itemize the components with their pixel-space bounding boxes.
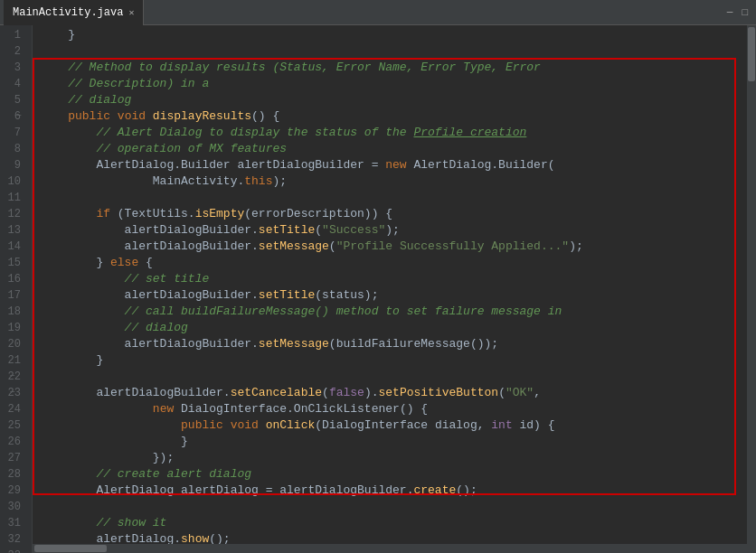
gutter-line-15: 16: [8, 271, 26, 287]
gutter-line-28: 29: [8, 483, 26, 499]
gutter-line-9: 10: [8, 173, 26, 190]
line-number-7: 8: [14, 141, 21, 157]
line-number-15: 16: [8, 271, 21, 287]
line-number-18: 19: [8, 320, 21, 336]
line-number-13: 14: [8, 239, 21, 255]
line-number-27: 28: [8, 466, 21, 483]
gutter-line-19: 20: [8, 336, 26, 352]
gutter-line-0: 1: [14, 27, 26, 43]
scrollbar-thumb-h[interactable]: [34, 545, 107, 552]
code-line-23: new DialogInterface.OnClickListener() {: [40, 401, 738, 417]
code-area[interactable]: } // Method to display results (Status, …: [33, 25, 747, 544]
gutter-line-24: 25: [8, 417, 26, 434]
line-number-2: 3: [14, 60, 21, 76]
line-gutter: 12345−6789101112131415161718192021−22−23…: [0, 25, 33, 553]
line-number-24: 25: [8, 417, 21, 434]
line-number-1: 2: [14, 43, 21, 60]
line-number-8: 9: [14, 157, 21, 173]
line-number-14: 15: [8, 255, 21, 271]
gutter-line-31: 32: [8, 531, 26, 548]
line-number-9: 10: [8, 173, 21, 190]
gutter-line-7: 8: [14, 141, 26, 157]
code-line-6: // Alert Dialog to display the status of…: [40, 125, 738, 141]
code-line-21: [40, 369, 738, 385]
code-line-4: // dialog: [40, 92, 738, 108]
code-line-10: [40, 190, 738, 206]
code-line-0: }: [40, 27, 738, 43]
gutter-line-10: 11: [8, 190, 26, 206]
code-line-8: AlertDialog.Builder alertDialogBuilder =…: [40, 157, 738, 173]
code-line-18: // dialog: [40, 320, 738, 336]
gutter-line-16: 17: [8, 287, 26, 304]
gutter-line-18: 19: [8, 320, 26, 336]
gutter-line-25: 26: [8, 434, 26, 450]
code-line-11: if (TextUtils.isEmpty(errorDescription))…: [40, 206, 738, 222]
line-number-32: 33: [8, 548, 21, 553]
gutter-line-29: 30: [8, 499, 26, 515]
code-line-3: // Description) in a: [40, 76, 738, 92]
code-line-14: } else {: [40, 255, 738, 271]
code-line-17: // call buildFailureMessage() method to …: [40, 304, 738, 320]
code-line-20: }: [40, 352, 738, 369]
code-line-12: alertDialogBuilder.setTitle("Success");: [40, 222, 738, 239]
gutter-line-27: 28: [8, 466, 26, 483]
code-line-28: AlertDialog alertDialog = alertDialogBui…: [40, 483, 738, 499]
line-number-19: 20: [8, 336, 21, 352]
gutter-line-14: 15: [8, 255, 26, 271]
gutter-line-26: 27: [8, 450, 26, 466]
line-number-3: 4: [14, 76, 21, 92]
gutter-line-17: 18: [8, 304, 26, 320]
code-line-1: [40, 43, 738, 60]
code-line-9: MainActivity.this);: [40, 173, 738, 190]
tab-bar: MainActivity.java ✕ ─ □: [0, 0, 756, 25]
gutter-line-20: 21: [8, 352, 26, 369]
code-line-24: public void onClick(DialogInterface dial…: [40, 417, 738, 434]
line-number-6: 7: [14, 125, 21, 141]
code-line-31: alertDialog.show();: [40, 531, 738, 544]
code-line-7: // operation of MX features: [40, 141, 738, 157]
tab-bar-left: MainActivity.java ✕: [4, 0, 144, 25]
gutter-line-3: 4: [14, 76, 26, 92]
line-number-17: 18: [8, 304, 21, 320]
code-line-27: // create alert dialog: [40, 466, 738, 483]
editor-container: MainActivity.java ✕ ─ □ 12345−6789101112…: [0, 0, 756, 553]
gutter-line-8: 9: [14, 157, 26, 173]
tab-close-icon[interactable]: ✕: [128, 7, 134, 18]
scrollbar-thumb-v[interactable]: [748, 27, 755, 81]
gutter-line-4: 5: [14, 92, 26, 108]
line-number-10: 11: [8, 190, 21, 206]
fold-indicator-21[interactable]: −: [10, 369, 15, 385]
gutter-line-21: −22: [8, 369, 26, 385]
code-line-15: // set title: [40, 271, 738, 287]
code-line-29: [40, 499, 738, 515]
gutter-line-11: 12: [8, 206, 26, 222]
gutter-line-2: 3: [14, 60, 26, 76]
gutter-line-5: −6: [14, 108, 26, 125]
minimize-button[interactable]: ─: [724, 7, 736, 18]
gutter-line-1: 2: [14, 43, 26, 60]
vertical-scrollbar[interactable]: [747, 25, 756, 544]
line-number-11: 12: [8, 206, 21, 222]
code-line-19: alertDialogBuilder.setMessage(buildFailu…: [40, 336, 738, 352]
gutter-line-6: 7: [14, 125, 26, 141]
editor-tab-mainactivity[interactable]: MainActivity.java ✕: [4, 0, 144, 25]
line-number-12: 13: [8, 222, 21, 239]
fold-indicator-5[interactable]: −: [16, 108, 22, 125]
horizontal-scrollbar[interactable]: [33, 544, 756, 553]
code-wrapper: } // Method to display results (Status, …: [33, 25, 756, 553]
code-main: } // Method to display results (Status, …: [33, 25, 756, 544]
code-line-22: alertDialogBuilder.setCancelable(false).…: [40, 385, 738, 401]
line-number-29: 30: [8, 499, 21, 515]
line-number-16: 17: [8, 287, 21, 304]
code-line-2: // Method to display results (Status, Er…: [40, 60, 738, 76]
line-number-25: 26: [8, 434, 21, 450]
gutter-line-23: 24: [8, 401, 26, 417]
fold-indicator-22[interactable]: −: [10, 385, 15, 401]
code-line-5: public void displayResults() {: [40, 108, 738, 125]
line-number-30: 31: [8, 515, 21, 531]
restore-button[interactable]: □: [739, 7, 751, 18]
tab-label: MainActivity.java: [13, 6, 123, 19]
gutter-line-12: 13: [8, 222, 26, 239]
line-number-20: 21: [8, 352, 21, 369]
code-line-16: alertDialogBuilder.setTitle(status);: [40, 287, 738, 304]
